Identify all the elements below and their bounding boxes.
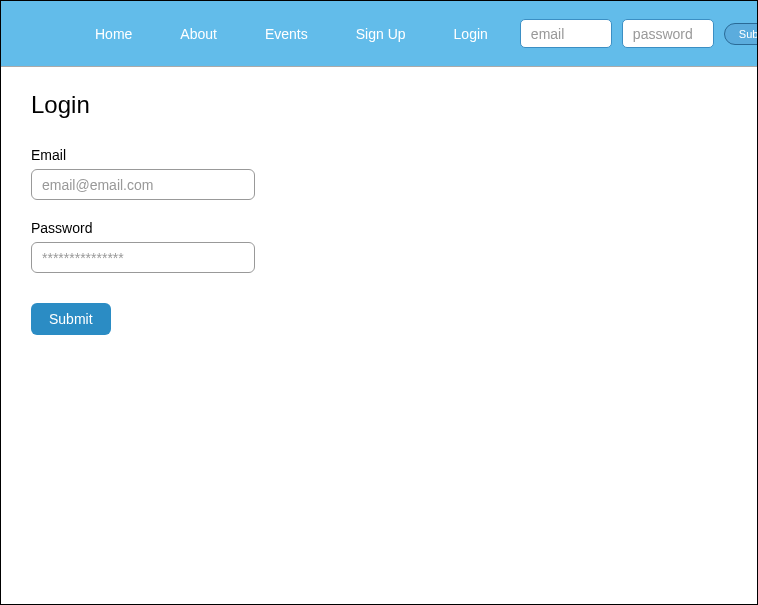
password-label: Password — [31, 220, 727, 236]
password-input[interactable] — [31, 242, 255, 273]
nav-link-signup[interactable]: Sign Up — [332, 26, 430, 42]
nav-submit-button[interactable]: Submit — [724, 23, 758, 45]
nav-link-about[interactable]: About — [156, 26, 241, 42]
nav-login-form: Submit — [520, 19, 758, 48]
form-group-email: Email — [31, 147, 727, 200]
form-group-password: Password — [31, 220, 727, 273]
nav-link-home[interactable]: Home — [71, 26, 156, 42]
email-input[interactable] — [31, 169, 255, 200]
navbar: Home About Events Sign Up Login Submit — [1, 1, 757, 67]
login-form: Email Password Submit — [31, 147, 727, 335]
nav-password-input[interactable] — [622, 19, 714, 48]
submit-button[interactable]: Submit — [31, 303, 111, 335]
nav-email-input[interactable] — [520, 19, 612, 48]
main-content: Login Email Password Submit — [1, 67, 757, 359]
page-title: Login — [31, 91, 727, 119]
nav-link-login[interactable]: Login — [430, 26, 512, 42]
nav-link-events[interactable]: Events — [241, 26, 332, 42]
email-label: Email — [31, 147, 727, 163]
nav-links: Home About Events Sign Up Login — [71, 26, 512, 42]
